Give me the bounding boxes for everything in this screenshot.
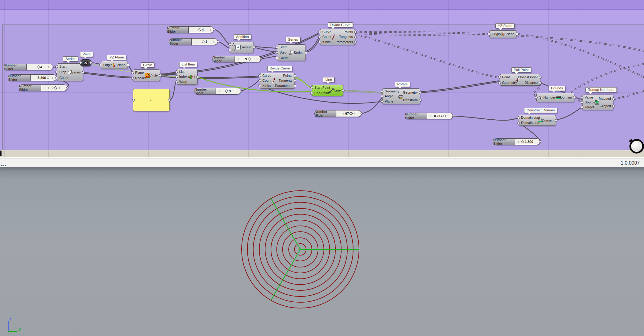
port-closest-point[interactable]: Closest Point [521,76,539,79]
rhino-viewport[interactable]: z y [0,167,644,336]
slider-track[interactable]: 4 [189,27,213,33]
node-yz-plane[interactable]: Origin yz Plane [101,61,128,69]
port-step[interactable]: Step [57,70,67,74]
number-slider[interactable]: Number Slider 1 [169,38,218,45]
port-line[interactable]: Line [335,89,342,92]
port-geometry-out[interactable]: Geometry [405,91,420,94]
port-start-point[interactable]: Start Point [313,86,328,89]
slider-knob[interactable] [198,28,201,31]
port-kinks[interactable]: Kinks [261,84,271,88]
port-parameters[interactable]: Parameters [276,84,294,88]
port-domain-end[interactable]: Domain end [519,121,537,125]
grasshopper-canvas[interactable]: Number Slider 4 Number Slider 5.206 Numb… [0,0,644,167]
slider-knob[interactable] [443,115,446,117]
port-out[interactable] [168,99,171,102]
port-target[interactable]: Target [583,106,594,109]
slider-track[interactable]: 9 [41,85,67,91]
port-circle[interactable]: Circle [151,74,160,77]
port-geometry[interactable]: Geometry [383,90,397,93]
number-slider[interactable]: Number Slider 5.206 [8,74,57,81]
port-domain[interactable]: Domain [544,119,555,122]
port-domain[interactable]: Domain [562,96,574,99]
port-value[interactable]: Value [583,96,594,99]
node-yz-plane[interactable]: Origin yz Plane [489,30,517,38]
slider-track[interactable]: 1.800 [515,139,540,145]
slider-knob[interactable] [36,65,40,69]
slider-knob[interactable] [47,77,49,79]
port-wrap[interactable]: Wrap [177,80,187,84]
slider-track[interactable]: 1 [192,39,217,45]
node-remap-numbers[interactable]: Value Source Target Mapped Clipped [582,95,613,110]
port-start[interactable]: Start [278,46,288,49]
number-slider[interactable]: Number Slider 9 [19,84,67,91]
port-points[interactable]: Points [276,74,294,77]
port-point[interactable]: Point [500,76,514,79]
port-item[interactable]: i [194,75,197,79]
port-start[interactable]: Start [57,65,67,68]
port-angle[interactable]: Angle [383,95,397,98]
port-series[interactable]: Series [294,51,305,54]
port-distance[interactable]: Distance [521,81,539,84]
port-series[interactable]: Series [73,71,83,74]
slider-knob[interactable] [202,40,205,43]
slider-track[interactable]: 0.717 [427,113,453,119]
port-b[interactable]: B [231,48,235,52]
node-pull-point[interactable]: Point Geometry Closest Point Distance [500,74,540,86]
node-list-item[interactable]: List Index Wrap N i [177,69,198,85]
number-slider[interactable]: Number Slider 1.800 [493,138,540,145]
node-line[interactable]: Start Point End Point Line [312,85,343,96]
slider-knob[interactable] [521,140,524,143]
port-a[interactable]: A [231,43,235,46]
port-parameters[interactable]: Parameters [336,40,355,44]
node-circle[interactable]: Plane Radius Circle [133,69,160,81]
number-slider[interactable]: Number Slider 0.717 [405,113,453,119]
node-bounds[interactable]: Numbers minmax Domain [536,93,574,102]
port-tangents[interactable]: Tangents [336,35,355,39]
port-result[interactable]: Result [242,46,253,49]
canvas-nav-ball[interactable] [627,137,644,154]
port-plane[interactable]: Plane [383,100,397,103]
slider-track[interactable]: 5.206 [31,75,56,81]
node-divide-curve[interactable]: Curve Count Kinks Points Tangents Parame… [260,73,295,89]
port-origin[interactable]: Origin [490,32,500,36]
port-numbers[interactable]: Numbers [537,96,555,99]
port-clipped[interactable]: Clipped [601,104,613,108]
slider-track[interactable]: 9 [235,56,261,62]
port-points[interactable]: Points [336,30,355,34]
port-out[interactable] [89,61,92,64]
slider-knob[interactable] [225,89,228,93]
port-kinks[interactable]: Kinks [320,40,331,44]
slider-track[interactable]: 3 [216,88,240,94]
node-series[interactable]: Start Step Count Series [57,63,83,81]
number-slider[interactable]: Number Slider 4 [167,26,214,33]
port-source[interactable]: Source [583,101,594,104]
slider-knob[interactable] [54,86,57,89]
slider-knob[interactable] [247,57,251,61]
port-list[interactable]: List [177,70,187,73]
node-point[interactable]: ✕ [80,59,91,66]
number-slider[interactable]: Number Slider 67 [314,110,361,117]
port-count[interactable]: Count [261,79,271,82]
port-tangents[interactable]: Tangents [276,79,294,82]
port-domain-start[interactable]: Domain start [519,116,537,119]
slider-track[interactable]: 4 [27,64,52,70]
port-end-point[interactable]: End Point [313,91,328,95]
port-geometry[interactable]: Geometry [500,81,514,84]
port-plane[interactable]: Plane [118,63,127,67]
panel-node[interactable]: -1 [133,89,170,111]
port-origin[interactable]: Origin [102,63,111,67]
port-plane[interactable]: Plane [133,71,144,74]
port-plane[interactable]: Plane [506,32,516,36]
port-radius[interactable]: Radius [133,77,144,80]
port-step[interactable]: Step [278,51,288,54]
port-in[interactable] [132,99,135,102]
node-addition[interactable]: A B + Result [230,42,254,53]
port-count[interactable]: Count [57,76,67,80]
slider-track[interactable]: 67 [336,110,361,117]
node-divide-curve[interactable]: Curve Count Kinks Points Tangents Parame… [320,29,355,45]
node-series[interactable]: Start Step Count Series [277,44,306,61]
port-count[interactable]: Count [320,35,331,39]
node-rotate[interactable]: Geometry Angle Plane Geometry Transform [382,88,420,104]
port-transform[interactable]: Transform [405,99,420,102]
port-index[interactable]: Index [177,75,187,78]
